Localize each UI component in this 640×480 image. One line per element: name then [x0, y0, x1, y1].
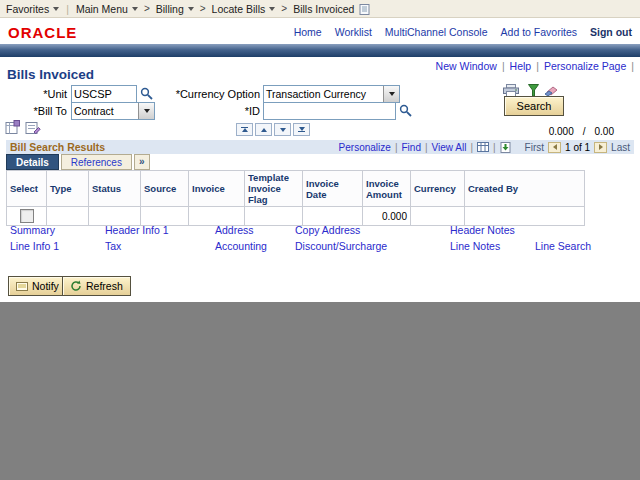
previous-row-icon[interactable] — [548, 142, 561, 153]
scroll-to-top-icon[interactable] — [236, 123, 253, 136]
download-icon[interactable] — [500, 142, 511, 153]
worklist-link[interactable]: Worklist — [335, 26, 372, 38]
personalize-link[interactable]: Personalize — [339, 142, 391, 153]
grid-totals: 0.000 / 0.00 — [549, 126, 614, 137]
application-window: Favorites | Main Menu > Billing > Locate… — [0, 0, 640, 480]
separator: | — [631, 60, 634, 72]
add-to-favorites-link[interactable]: Add to Favorites — [501, 26, 577, 38]
breadcrumb-separator: > — [200, 3, 206, 14]
new-window-link[interactable]: New Window — [436, 60, 497, 72]
page-utility-links: New Window | Help | Personalize Page | — [436, 60, 634, 72]
results-toolbar: Personalize | Find | View All | | First … — [339, 142, 630, 153]
notepad-icon[interactable] — [359, 3, 370, 15]
results-grid: Select Type Status Source Invoice Templa… — [6, 170, 585, 226]
cell-type — [47, 207, 89, 226]
column-header-select: Select — [7, 171, 47, 207]
line-info-1-link[interactable]: Line Info 1 — [10, 240, 59, 252]
cell-currency — [411, 207, 465, 226]
discount-surcharge-link[interactable]: Discount/Surcharge — [295, 240, 387, 252]
header-notes-link[interactable]: Header Notes — [450, 224, 515, 236]
tab-details[interactable]: Details — [6, 154, 59, 170]
dropdown-arrow-icon — [138, 103, 154, 119]
id-label: *ID — [200, 105, 260, 117]
show-all-columns-icon: » — [139, 156, 145, 167]
column-header-currency: Currency — [411, 171, 465, 207]
header-links: Home Worklist MultiChannel Console Add t… — [294, 26, 632, 38]
scroll-to-bottom-icon[interactable] — [293, 123, 310, 136]
cell-created-by — [465, 207, 585, 226]
pager-last[interactable]: Last — [611, 142, 630, 153]
show-all-columns-tab[interactable]: » — [134, 154, 150, 170]
column-header-template-invoice-flag: Template Invoice Flag — [245, 171, 303, 207]
personalize-page-link[interactable]: Personalize Page — [544, 60, 626, 72]
cell-invoice-amount: 0.000 — [363, 207, 411, 226]
results-title: Bill Search Results — [10, 141, 105, 153]
refresh-icon — [70, 280, 82, 292]
cell-template-invoice-flag — [245, 207, 303, 226]
breadcrumb-locate-bills-label: Locate Bills — [212, 3, 266, 15]
total-base-amount: 0.00 — [595, 126, 614, 137]
results-header-bar: Bill Search Results Personalize | Find |… — [6, 140, 634, 154]
separator: | — [493, 142, 496, 153]
breadcrumb-bills-invoiced[interactable]: Bills Invoiced — [293, 3, 354, 15]
page-title: Bills Invoiced — [7, 67, 94, 82]
grid-header-row: Select Type Status Source Invoice Templa… — [7, 171, 585, 207]
help-link[interactable]: Help — [510, 60, 532, 72]
zoom-grid-icon[interactable] — [477, 142, 489, 152]
breadcrumb-favorites[interactable]: Favorites — [6, 3, 59, 15]
bill-to-value: Contract — [72, 103, 138, 119]
cell-invoice-date — [303, 207, 363, 226]
home-link[interactable]: Home — [294, 26, 322, 38]
breadcrumb-main-menu[interactable]: Main Menu — [76, 3, 138, 15]
total-amount: 0.000 — [549, 126, 574, 137]
view-all-link[interactable]: View All — [432, 142, 467, 153]
separator: | — [536, 60, 539, 72]
tax-link[interactable]: Tax — [105, 240, 121, 252]
pager-first[interactable]: First — [525, 142, 544, 153]
row-select-checkbox[interactable] — [20, 209, 34, 223]
chevron-down-icon — [132, 7, 138, 11]
notify-button-label: Notify — [32, 280, 59, 292]
cell-invoice — [189, 207, 245, 226]
separator: | — [470, 142, 473, 153]
cell-status — [89, 207, 141, 226]
scroll-up-icon[interactable] — [255, 123, 272, 136]
sign-out-link[interactable]: Sign out — [590, 26, 632, 38]
notify-button[interactable]: Notify — [8, 276, 67, 296]
bill-to-label: *Bill To — [10, 105, 67, 117]
line-search-link[interactable]: Line Search — [535, 240, 591, 252]
summary-link[interactable]: Summary — [10, 224, 55, 236]
accounting-link[interactable]: Accounting — [215, 240, 267, 252]
breadcrumb-bills-invoiced-label: Bills Invoiced — [293, 3, 354, 15]
cell-source — [141, 207, 189, 226]
header-divider-bar — [0, 44, 640, 57]
multichannel-console-link[interactable]: MultiChannel Console — [385, 26, 488, 38]
currency-option-select[interactable]: Transaction Currency — [263, 85, 400, 103]
breadcrumb-main-menu-label: Main Menu — [76, 3, 128, 15]
refresh-button[interactable]: Refresh — [62, 276, 131, 296]
bill-to-select[interactable]: Contract — [71, 102, 155, 120]
copy-document-icon[interactable] — [5, 120, 20, 134]
breadcrumb-locate-bills[interactable]: Locate Bills — [212, 3, 276, 15]
separator: | — [425, 142, 428, 153]
find-link[interactable]: Find — [401, 142, 420, 153]
id-lookup-icon[interactable] — [399, 104, 412, 117]
header-info-1-link[interactable]: Header Info 1 — [105, 224, 169, 236]
separator: | — [502, 60, 505, 72]
search-button[interactable]: Search — [504, 96, 564, 116]
id-input[interactable] — [263, 102, 396, 120]
scroll-down-icon[interactable] — [274, 123, 291, 136]
line-notes-link[interactable]: Line Notes — [450, 240, 500, 252]
tab-references[interactable]: References — [61, 154, 132, 170]
unit-label: *Unit — [10, 88, 67, 100]
chevron-down-icon — [188, 7, 194, 11]
breadcrumb-billing[interactable]: Billing — [156, 3, 194, 15]
next-row-icon[interactable] — [594, 142, 607, 153]
edit-document-icon[interactable] — [25, 120, 41, 134]
copy-address-link[interactable]: Copy Address — [295, 224, 360, 236]
unit-input[interactable] — [71, 85, 137, 103]
address-link[interactable]: Address — [215, 224, 254, 236]
notify-icon — [16, 281, 28, 292]
column-header-status: Status — [89, 171, 141, 207]
chevron-down-icon — [53, 7, 59, 11]
